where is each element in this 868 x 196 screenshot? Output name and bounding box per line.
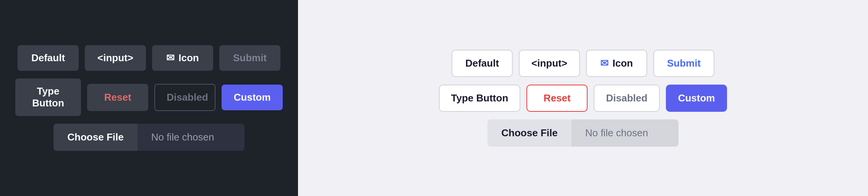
envelope-icon: ✉ <box>166 52 175 64</box>
light-disabled-button[interactable]: Disabled <box>594 85 659 112</box>
envelope-icon-light: ✉ <box>600 57 609 69</box>
dark-disabled-button[interactable]: Disabled <box>154 84 215 111</box>
dark-submit-button[interactable]: Submit <box>219 45 280 71</box>
dark-row-1: Default <input> ✉ Icon Submit <box>18 45 280 71</box>
light-file-input[interactable]: Choose File No file chosen <box>487 119 678 147</box>
light-panel: Default <input> ✉ Icon Submit Type Butto… <box>298 0 868 196</box>
dark-type-button[interactable]: Type Button <box>15 78 81 116</box>
dark-no-file-label: No file chosen <box>138 124 245 151</box>
light-input-button[interactable]: <input> <box>519 50 580 77</box>
light-reset-button[interactable]: Reset <box>526 85 588 112</box>
light-custom-button[interactable]: Custom <box>666 85 727 112</box>
light-choose-file-button[interactable]: Choose File <box>487 119 571 147</box>
dark-icon-button[interactable]: ✉ Icon <box>152 45 213 71</box>
dark-default-button[interactable]: Default <box>18 45 79 71</box>
dark-file-input[interactable]: Choose File No file chosen <box>53 124 244 151</box>
dark-choose-file-button[interactable]: Choose File <box>53 124 137 151</box>
light-type-button[interactable]: Type Button <box>439 85 521 112</box>
light-icon-button[interactable]: ✉ Icon <box>586 50 647 77</box>
dark-custom-button[interactable]: Custom <box>222 85 283 110</box>
dark-panel: Default <input> ✉ Icon Submit Type Butto… <box>0 0 298 196</box>
dark-reset-button[interactable]: Reset <box>87 84 148 111</box>
light-submit-button[interactable]: Submit <box>653 50 714 77</box>
dark-input-button[interactable]: <input> <box>85 45 146 71</box>
light-no-file-label: No file chosen <box>572 119 679 147</box>
light-row-2: Type Button Reset Disabled Custom <box>439 85 727 112</box>
dark-icon-label: Icon <box>178 52 199 64</box>
light-row-1: Default <input> ✉ Icon Submit <box>452 50 714 77</box>
light-icon-label: Icon <box>612 57 633 69</box>
light-default-button[interactable]: Default <box>452 50 513 77</box>
dark-row-2: Type Button Reset Disabled Custom <box>15 78 283 116</box>
